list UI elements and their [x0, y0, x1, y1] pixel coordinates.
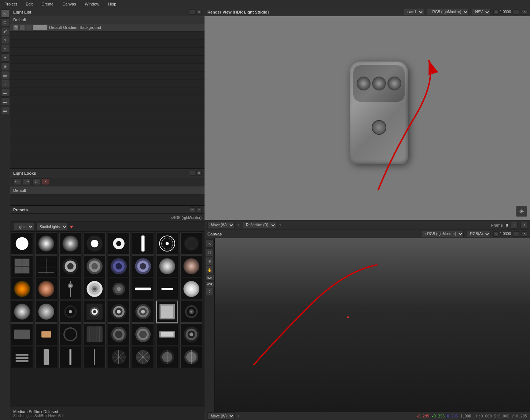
preset-item[interactable] [11, 278, 33, 300]
canvas-color-space-dropdown[interactable]: sRGB (rgbMonitor) [422, 231, 464, 237]
tool-bar3[interactable]: ▬ [1, 106, 9, 114]
tool-smudge[interactable]: ✦ [1, 53, 9, 62]
preset-item[interactable] [132, 233, 154, 254]
menu-item-create[interactable]: Create [40, 1, 55, 7]
sun-icon-button[interactable]: ☀ [516, 206, 527, 217]
preset-item[interactable] [108, 233, 130, 254]
canvas-hdr-btn1[interactable]: HDR [205, 275, 214, 280]
presets-subcategory-dropdown[interactable]: StudioLights [36, 223, 68, 230]
preset-item[interactable] [180, 301, 202, 323]
preset-item[interactable] [132, 301, 154, 323]
preset-item[interactable] [84, 346, 106, 368]
cam-dropdown[interactable]: cam1 [404, 9, 424, 15]
preset-item[interactable] [35, 301, 57, 323]
preset-item[interactable] [35, 278, 57, 300]
preset-item[interactable] [108, 323, 130, 345]
preset-item[interactable] [108, 255, 130, 277]
light-list-minimize[interactable]: ─ [190, 10, 195, 15]
ll-export-btn[interactable]: →+ [23, 178, 31, 185]
canvas-tool-zoom[interactable]: ⊕ [206, 257, 214, 265]
preset-item[interactable] [180, 255, 202, 277]
tool-gradient[interactable]: ▬ [1, 71, 9, 79]
menu-item-edit[interactable]: Edit [24, 1, 34, 7]
preset-item[interactable] [156, 233, 178, 254]
tool-bar1[interactable]: ▬ [1, 89, 9, 97]
preset-item[interactable] [108, 346, 130, 368]
render-minimize[interactable]: ─ [514, 10, 519, 15]
preset-item[interactable] [132, 278, 154, 300]
menu-item-window[interactable]: Window [84, 1, 101, 7]
light-list-close[interactable]: ✕ [196, 10, 202, 15]
canvas-exposure-btn[interactable]: ◁ [493, 231, 498, 237]
preset-item[interactable] [132, 323, 154, 345]
preset-item[interactable] [59, 278, 81, 300]
tool-light[interactable]: ☼ [1, 80, 9, 88]
preset-item[interactable] [84, 233, 106, 254]
light-list-item[interactable]: ⊙ Default Gradient Background [10, 23, 205, 31]
canvas-tool-select[interactable]: ↖ [206, 239, 214, 248]
preset-item[interactable] [180, 323, 202, 345]
canvas-tool-hand[interactable]: ✋ [206, 266, 214, 274]
preset-item[interactable] [11, 233, 33, 254]
tool-clone[interactable]: ⊕ [1, 62, 9, 70]
preset-item[interactable] [59, 323, 81, 345]
menu-item-canvas[interactable]: Canvas [61, 1, 77, 7]
color-space-dropdown[interactable]: sRGB (rgbMonitor) [427, 9, 469, 15]
preset-item-selected[interactable] [156, 301, 178, 323]
preset-item[interactable] [11, 323, 33, 345]
preset-item[interactable] [11, 255, 33, 277]
canvas-move-dropdown[interactable]: Move (W) [207, 412, 235, 420]
preset-item[interactable] [59, 301, 81, 323]
preset-item[interactable] [180, 233, 202, 254]
preset-item[interactable] [108, 301, 130, 323]
ll-delete-btn[interactable]: ✕ [42, 178, 50, 185]
preset-item[interactable] [132, 346, 154, 368]
preset-item[interactable] [11, 301, 33, 323]
preset-item[interactable] [35, 255, 57, 277]
presets-minimize[interactable]: ─ [190, 207, 195, 212]
tool-bar2[interactable]: ▬ [1, 97, 9, 105]
light-looks-close[interactable]: ✕ [196, 171, 202, 176]
preset-item[interactable] [59, 346, 81, 368]
presets-category-dropdown[interactable]: Lights [13, 223, 34, 230]
tool-select[interactable]: ↖ [1, 10, 9, 18]
menu-item-help[interactable]: Help [107, 1, 118, 7]
preset-item[interactable] [180, 278, 202, 300]
preset-item[interactable] [59, 255, 81, 277]
preset-item[interactable] [84, 255, 106, 277]
tool-lasso[interactable]: ⬡ [1, 18, 9, 26]
canvas-close[interactable]: ✕ [522, 231, 527, 237]
preset-item[interactable] [84, 323, 106, 345]
preset-item[interactable] [35, 323, 57, 345]
tool-paint[interactable]: ✎ [1, 36, 9, 44]
light-looks-minimize[interactable]: ─ [190, 171, 195, 176]
canvas-tool-lasso[interactable]: ⬡ [206, 248, 214, 256]
presets-close[interactable]: ✕ [196, 207, 202, 212]
reflection-dropdown[interactable]: Reflection (D) [243, 222, 276, 229]
preset-item[interactable] [180, 346, 202, 368]
preset-item[interactable] [11, 346, 33, 368]
preset-item[interactable] [84, 301, 106, 323]
preset-item[interactable] [156, 323, 178, 345]
canvas-hdr-btn2[interactable]: HDR [205, 281, 214, 287]
preset-item[interactable] [35, 233, 57, 254]
canvas-mode-dropdown[interactable]: RGB(A) [467, 231, 490, 237]
light-looks-item-default[interactable]: Default [10, 186, 205, 194]
render-close[interactable]: ✕ [522, 10, 527, 15]
hsv-dropdown[interactable]: HSV [472, 9, 490, 15]
ll-add-btn[interactable]: +→ [13, 178, 21, 185]
favorite-heart-icon[interactable]: ♥ [70, 224, 73, 230]
canvas-minimize[interactable]: ─ [514, 231, 519, 237]
tool-eraser[interactable]: ◇ [1, 45, 9, 53]
canvas-tool-help[interactable]: ? [206, 288, 214, 296]
preset-item[interactable] [156, 278, 178, 300]
preset-item[interactable] [132, 255, 154, 277]
exposure-down-btn[interactable]: ◁ [493, 10, 498, 15]
refresh-btn[interactable]: ↺ [520, 222, 527, 228]
preset-item[interactable] [84, 278, 106, 300]
preset-item[interactable] [156, 255, 178, 277]
pause-btn[interactable]: ⏸ [511, 222, 518, 228]
preset-item[interactable] [156, 346, 178, 368]
preset-item[interactable] [108, 278, 130, 300]
move-mode-dropdown[interactable]: Move (W) [207, 222, 235, 229]
